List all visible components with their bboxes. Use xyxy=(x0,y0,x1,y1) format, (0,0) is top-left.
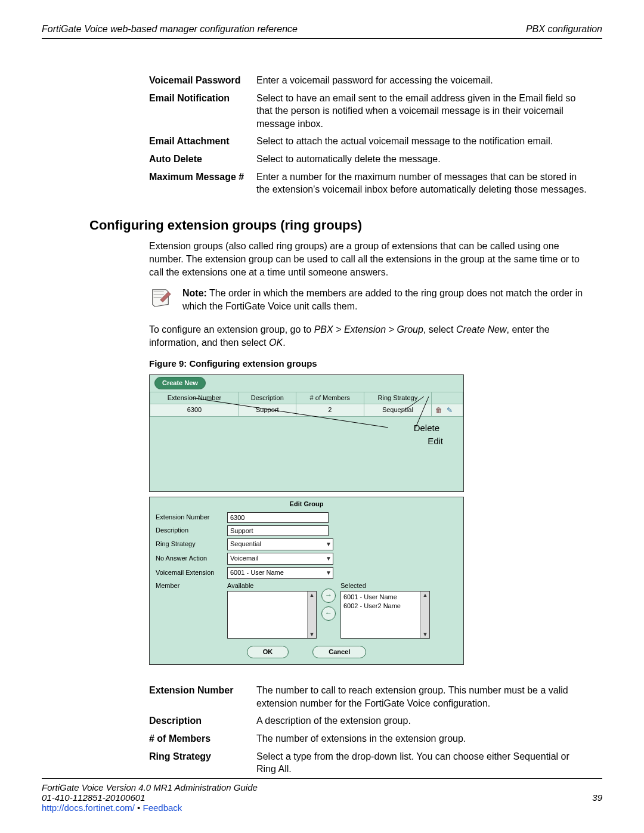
col-desc[interactable]: Description xyxy=(239,392,296,404)
noanswer-select[interactable]: Voicemail▼ xyxy=(227,553,333,565)
cell-ext: 6300 xyxy=(150,404,239,416)
edit-title: Edit Group xyxy=(150,497,463,511)
vmext-val: 6001 - User Name xyxy=(230,568,284,577)
move-left-button[interactable]: ← xyxy=(321,606,336,621)
edit-label: Edit xyxy=(150,435,443,448)
feedback-link[interactable]: Feedback xyxy=(143,803,182,813)
col-members[interactable]: # of Members xyxy=(296,392,364,404)
p2-m1: , select xyxy=(423,324,456,335)
scrollbar[interactable]: ▲▼ xyxy=(420,592,429,638)
note-icon xyxy=(149,287,172,308)
col-ext[interactable]: Extension Number xyxy=(150,392,239,404)
cancel-button[interactable]: Cancel xyxy=(312,646,366,658)
scrollbar[interactable]: ▲▼ xyxy=(307,592,316,638)
selected-label: Selected xyxy=(340,581,430,590)
cell-members: 2 xyxy=(296,404,364,416)
header-right: PBX configuration xyxy=(526,24,602,35)
ext-input[interactable] xyxy=(227,512,329,523)
p2-pre: To configure an extension group, go to xyxy=(149,324,314,335)
vmext-select[interactable]: 6001 - User Name▼ xyxy=(227,567,333,579)
footer-title: FortiGate Voice Version 4.0 MR1 Administ… xyxy=(42,782,602,792)
note-lead: Note: xyxy=(182,288,207,298)
desc: The number to call to reach extension gr… xyxy=(256,682,596,712)
definition-table-top: Voicemail Password Enter a voicemail pas… xyxy=(149,72,596,199)
term: # of Members xyxy=(149,730,256,748)
available-listbox[interactable]: ▲▼ xyxy=(227,591,317,639)
delete-label: Delete xyxy=(150,422,439,435)
note-text: Note: The order in which the members are… xyxy=(182,287,584,312)
desc: Enter a voicemail password for accessing… xyxy=(256,72,596,89)
p2-end: . xyxy=(283,337,285,348)
figure9-edit-panel: Edit Group Extension Number Description … xyxy=(149,497,464,665)
paragraph-2: To configure an extension group, go to P… xyxy=(149,323,584,349)
strategy-val: Sequential xyxy=(230,540,261,549)
create-new-button[interactable]: Create New xyxy=(154,377,206,389)
p2-em2: Create New xyxy=(456,324,506,335)
term: Email Attachment xyxy=(149,132,256,150)
term: Auto Delete xyxy=(149,150,256,168)
cell-desc: Support xyxy=(239,404,296,416)
extension-list-table: Extension Number Description # of Member… xyxy=(150,392,463,417)
col-actions xyxy=(432,392,463,404)
p2-path: PBX > Extension > Group xyxy=(314,324,423,335)
ok-button[interactable]: OK xyxy=(247,646,289,658)
move-right-button[interactable]: → xyxy=(321,589,336,603)
member-label: Member xyxy=(156,581,227,590)
figure-9: Create New Extension Number Description … xyxy=(149,374,464,665)
page-number: 39 xyxy=(592,792,602,803)
chevron-down-icon: ▼ xyxy=(326,569,332,577)
noanswer-label: No Answer Action xyxy=(156,554,227,563)
term: Ring Strategy xyxy=(149,748,256,778)
figure-caption: Figure 9: Configuring extension groups xyxy=(149,358,602,370)
separator: • xyxy=(137,803,143,813)
note-body: The order in which the members are added… xyxy=(182,288,583,311)
desc-input[interactable] xyxy=(227,525,329,536)
p2-em3: OK xyxy=(269,337,283,348)
edit-icon[interactable]: ✎ xyxy=(447,405,453,415)
desc: The number of extensions in the extensio… xyxy=(256,730,596,748)
figure9-list-panel: Create New Extension Number Description … xyxy=(149,374,464,492)
delete-icon[interactable]: 🗑 xyxy=(435,405,442,415)
section-heading: Configuring extension groups (ring group… xyxy=(89,216,602,234)
list-item[interactable]: 6002 - User2 Name xyxy=(343,602,427,611)
page-footer: FortiGate Voice Version 4.0 MR1 Administ… xyxy=(42,778,602,813)
desc: Select a type from the drop-down list. Y… xyxy=(256,748,596,778)
ext-label: Extension Number xyxy=(156,513,227,522)
table-row[interactable]: 6300 Support 2 Sequential 🗑 ✎ xyxy=(150,404,463,416)
vmext-label: Voicemail Extension xyxy=(156,568,227,577)
col-strategy[interactable]: Ring Strategy xyxy=(364,392,431,404)
desc: Select to automatically delete the messa… xyxy=(256,150,596,168)
header-left: FortiGate Voice web-based manager config… xyxy=(42,24,298,35)
footer-docid: 01-410-112851-20100601 xyxy=(42,792,145,803)
term: Description xyxy=(149,712,256,730)
definition-table-bottom: Extension Number The number to call to r… xyxy=(149,682,596,778)
chevron-down-icon: ▼ xyxy=(326,540,332,549)
cell-strategy: Sequential xyxy=(364,404,431,416)
strategy-label: Ring Strategy xyxy=(156,540,227,549)
footer-link[interactable]: http://docs.fortinet.com/ xyxy=(42,803,135,813)
paragraph-1: Extension groups (also called ring group… xyxy=(149,240,584,278)
header-rule xyxy=(42,38,602,39)
desc: A description of the extension group. xyxy=(256,712,596,730)
desc: Select to attach the actual voicemail me… xyxy=(256,132,596,150)
chevron-down-icon: ▼ xyxy=(326,555,332,563)
desc: Enter a number for the maximum number of… xyxy=(256,168,596,199)
noanswer-val: Voicemail xyxy=(230,554,258,563)
desc-label: Description xyxy=(156,526,227,535)
selected-listbox[interactable]: 6001 - User Name 6002 - User2 Name ▲▼ xyxy=(340,591,430,639)
available-label: Available xyxy=(227,581,317,590)
term: Maximum Message # xyxy=(149,168,256,199)
desc: Select to have an email sent to the emai… xyxy=(256,89,596,133)
strategy-select[interactable]: Sequential▼ xyxy=(227,538,333,550)
term: Voicemail Password xyxy=(149,72,256,89)
term: Email Notification xyxy=(149,89,256,133)
list-item[interactable]: 6001 - User Name xyxy=(343,593,427,602)
term: Extension Number xyxy=(149,682,256,712)
